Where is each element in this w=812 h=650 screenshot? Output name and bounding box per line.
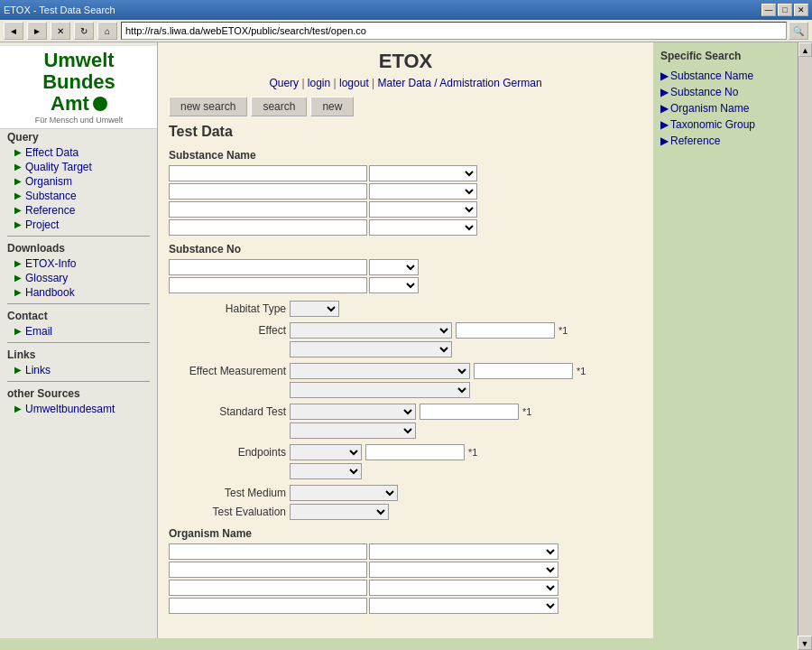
scrollbar[interactable]: ▲ ▼ <box>798 42 812 638</box>
substance-no-input-2[interactable] <box>169 277 367 293</box>
specific-reference[interactable]: ▶ Reference <box>660 133 790 149</box>
sidebar-item-handbook[interactable]: ▶ Handbook <box>0 285 157 300</box>
test-evaluation-select[interactable] <box>290 504 389 520</box>
main-content: ETOX Query | login | logout | Mater Data… <box>158 42 653 638</box>
nav-language[interactable]: German <box>503 77 541 89</box>
organism-name-input-2[interactable] <box>169 562 367 578</box>
maximize-button[interactable]: □ <box>778 4 792 16</box>
forward-button[interactable]: ► <box>27 22 47 40</box>
organism-name-input-1[interactable] <box>169 543 367 560</box>
new-search-button[interactable]: new search <box>169 97 247 116</box>
go-button[interactable]: 🔍 <box>789 22 808 40</box>
effect-input-1[interactable] <box>456 322 555 339</box>
etox-title: ETOX <box>169 50 642 73</box>
effect-measurement-select-1[interactable] <box>290 363 470 379</box>
standard-test-select-2[interactable] <box>290 422 416 439</box>
sidebar-item-organism[interactable]: ▶ Organism <box>0 174 157 189</box>
organism-name-input-3[interactable] <box>169 580 367 596</box>
sidebar-item-effect-data[interactable]: ▶ Effect Data <box>0 145 157 160</box>
specific-substance-no[interactable]: ▶ Substance No <box>660 84 790 100</box>
test-medium-select[interactable] <box>290 485 398 501</box>
sidebar-item-glossary[interactable]: ▶ Glossary <box>0 271 157 285</box>
sidebar-item-umweltbundesamt[interactable]: ▶ Umweltbundesamt <box>0 402 157 416</box>
organism-name-select-4[interactable] <box>369 598 558 614</box>
sidebar-item-substance[interactable]: ▶ Substance <box>0 189 157 203</box>
logo-line1: Umwelt <box>4 50 154 71</box>
substance-name-select-1[interactable] <box>369 165 477 181</box>
endpoints-select-2[interactable] <box>290 463 362 479</box>
substance-name-select-3[interactable] <box>369 201 477 218</box>
substance-name-input-3[interactable] <box>169 201 367 218</box>
substance-row-1 <box>169 165 642 181</box>
stop-button[interactable]: ✕ <box>51 22 70 40</box>
specific-organism-name[interactable]: ▶ Organism Name <box>660 100 790 116</box>
standard-test-row-1: Standard Test *1 <box>169 404 642 420</box>
nav-login[interactable]: login <box>308 77 330 89</box>
organism-name-input-4[interactable] <box>169 598 367 614</box>
sidebar-item-project[interactable]: ▶ Project <box>0 218 157 232</box>
endpoints-label: Endpoints <box>169 446 286 459</box>
sidebar-divider-4 <box>7 381 150 382</box>
back-button[interactable]: ◄ <box>4 22 23 40</box>
endpoints-select-1[interactable] <box>290 444 362 460</box>
substance-name-input-4[interactable] <box>169 219 367 236</box>
scroll-down[interactable]: ▼ <box>798 636 812 650</box>
arrow-icon: ▶ <box>14 365 22 375</box>
substance-name-select-4[interactable] <box>369 219 477 236</box>
organism-row-1 <box>169 543 642 560</box>
organism-name-select-3[interactable] <box>369 580 558 596</box>
nav-logout[interactable]: logout <box>339 77 369 89</box>
sidebar-item-reference[interactable]: ▶ Reference <box>0 203 157 218</box>
substance-no-input-1[interactable] <box>169 259 367 275</box>
substance-no-select-1[interactable] <box>369 259 419 275</box>
effect-asterisk-1: *1 <box>558 325 567 336</box>
search-button[interactable]: search <box>251 97 307 116</box>
arrow-icon: ▶ <box>660 118 669 131</box>
arrow-icon: ▶ <box>660 70 669 82</box>
sidebar-downloads-section: Downloads ▶ ETOX-Info ▶ Glossary ▶ Handb… <box>0 240 157 300</box>
minimize-button[interactable]: — <box>761 4 776 16</box>
address-input[interactable] <box>121 22 787 40</box>
effect-measurement-select-2[interactable] <box>290 382 470 398</box>
sidebar-item-links[interactable]: ▶ Links <box>0 363 157 377</box>
sidebar-item-etox-info[interactable]: ▶ ETOX-Info <box>0 256 157 271</box>
effect-select-1[interactable] <box>290 322 452 339</box>
substance-name-input-1[interactable] <box>169 165 367 181</box>
sidebar-item-email[interactable]: ▶ Email <box>0 324 157 339</box>
page-title: Test Data <box>169 124 642 140</box>
main-container: Umwelt Bundes Amt Für Mensch und Umwelt … <box>0 42 812 638</box>
substance-name-select-2[interactable] <box>369 183 477 200</box>
endpoints-input[interactable] <box>365 444 465 460</box>
habitat-type-select[interactable] <box>290 301 339 317</box>
window-controls: — □ ✕ <box>761 4 808 16</box>
sidebar-item-quality-target[interactable]: ▶ Quality Target <box>0 160 157 174</box>
new-button[interactable]: new <box>310 97 354 116</box>
standard-test-input[interactable] <box>420 404 519 420</box>
nav-master-data[interactable]: Mater Data / Admistration <box>378 77 500 89</box>
effect-measurement-input[interactable] <box>474 363 573 379</box>
sidebar-downloads-title: Downloads <box>0 240 157 256</box>
content-area: ETOX Query | login | logout | Mater Data… <box>158 42 812 638</box>
substance-no-select-2[interactable] <box>369 277 419 293</box>
organism-name-select-2[interactable] <box>369 562 558 578</box>
test-evaluation-label: Test Evaluation <box>169 506 286 518</box>
arrow-icon: ▶ <box>14 162 22 172</box>
standard-test-select-1[interactable] <box>290 404 416 420</box>
substance-name-input-2[interactable] <box>169 183 367 200</box>
arrow-icon: ▶ <box>14 258 22 268</box>
subno-row-1 <box>169 259 642 275</box>
refresh-button[interactable]: ↻ <box>74 22 94 40</box>
etox-header: ETOX Query | login | logout | Mater Data… <box>169 50 642 89</box>
specific-substance-name[interactable]: ▶ Substance Name <box>660 68 790 84</box>
specific-taxonomic-group[interactable]: ▶ Taxonomic Group <box>660 116 790 133</box>
sidebar-other-title: other Sources <box>0 385 157 402</box>
substance-row-3 <box>169 201 642 218</box>
scroll-up[interactable]: ▲ <box>798 42 812 57</box>
close-button[interactable]: ✕ <box>794 4 808 16</box>
effect-select-2[interactable] <box>290 341 452 358</box>
organism-name-select-1[interactable] <box>369 543 558 560</box>
nav-query[interactable]: Query <box>269 77 299 89</box>
logo-subtitle: Für Mensch und Umwelt <box>4 116 154 125</box>
substance-no-section: Substance No <box>169 243 642 293</box>
home-button[interactable]: ⌂ <box>97 22 117 40</box>
